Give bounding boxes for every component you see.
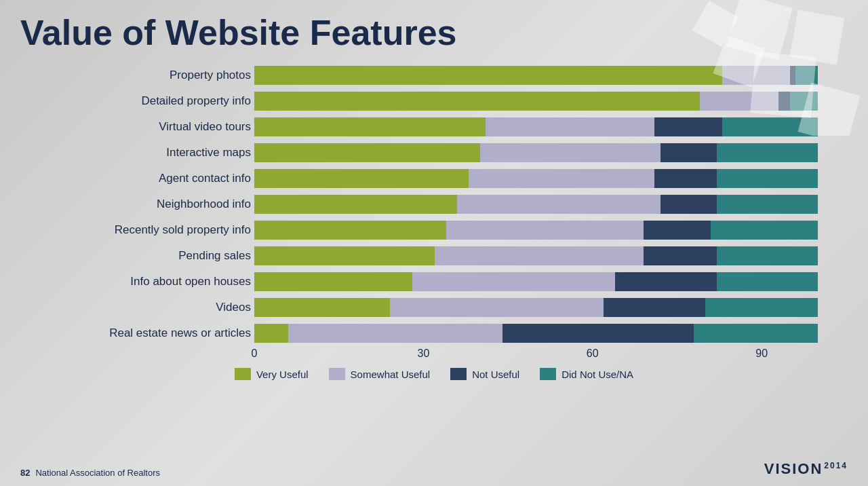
very-useful-segment <box>254 246 435 265</box>
bar-container <box>254 143 848 162</box>
did-not-use-segment <box>717 143 818 162</box>
somewhat-useful-segment <box>390 298 604 317</box>
very-useful-segment <box>254 169 469 188</box>
y-axis-label: Detailed property info <box>20 88 251 114</box>
y-axis-label: Agent contact info <box>20 166 251 191</box>
bar-container <box>254 195 848 214</box>
very-useful-segment <box>254 143 480 162</box>
did-not-use-segment <box>717 246 818 265</box>
not-useful-segment <box>502 324 694 343</box>
legend-label: Very Useful <box>256 369 309 380</box>
not-useful-segment <box>615 272 717 291</box>
bar-row <box>254 140 848 166</box>
somewhat-useful-segment <box>446 221 644 240</box>
legend-item: Not Useful <box>450 368 519 380</box>
did-not-use-segment <box>694 324 818 343</box>
y-axis-label: Recently sold property info <box>20 217 251 243</box>
bar-row <box>254 217 848 243</box>
bar-container <box>254 246 848 265</box>
logo-text: VISION <box>764 460 823 477</box>
y-axis-label: Videos <box>20 295 251 320</box>
very-useful-segment <box>254 195 457 214</box>
very-useful-segment <box>254 272 412 291</box>
bar-container <box>254 169 848 188</box>
y-axis-label: Virtual video tours <box>20 114 251 140</box>
legend-item: Did Not Use/NA <box>540 368 633 380</box>
bar-row <box>254 243 848 269</box>
y-axis-label: Interactive maps <box>20 140 251 166</box>
y-axis-label: Info about open houses <box>20 269 251 295</box>
bar-container <box>254 272 848 291</box>
not-useful-segment <box>660 195 717 214</box>
somewhat-useful-segment <box>486 117 654 136</box>
bar-container <box>254 298 848 317</box>
not-useful-segment <box>604 298 705 317</box>
somewhat-useful-segment <box>412 272 615 291</box>
somewhat-useful-segment <box>288 324 502 343</box>
not-useful-segment <box>660 143 717 162</box>
somewhat-useful-segment <box>480 143 660 162</box>
legend-swatch <box>450 368 467 380</box>
somewhat-useful-segment <box>469 169 654 188</box>
legend-swatch <box>235 368 251 380</box>
logo-year: 2014 <box>824 461 848 470</box>
bar-row <box>254 295 848 320</box>
bar-container <box>254 221 848 240</box>
y-axis-label: Neighborhood info <box>20 191 251 217</box>
did-not-use-segment <box>705 298 818 317</box>
legend-item: Somewhat Useful <box>329 368 431 380</box>
y-axis-label: Pending sales <box>20 243 251 269</box>
bottom-wrapper: 0306090 Very UsefulSomewhat UsefulNot Us… <box>20 346 848 380</box>
did-not-use-segment <box>717 169 818 188</box>
bar-row <box>254 191 848 217</box>
page-container: Value of Website Features Property photo… <box>0 0 868 486</box>
not-useful-segment <box>644 246 717 265</box>
x-axis-label: 30 <box>417 348 429 360</box>
legend-item: Very Useful <box>235 368 309 380</box>
somewhat-useful-segment <box>435 246 644 265</box>
vision-logo: VISION2014 <box>764 460 848 478</box>
did-not-use-segment <box>717 272 818 291</box>
very-useful-segment <box>254 66 722 85</box>
very-useful-segment <box>254 221 446 240</box>
bar-row <box>254 166 848 191</box>
organization-name: National Association of Realtors <box>35 468 160 478</box>
y-axis-label: Real estate news or articles <box>20 320 251 346</box>
bar-container <box>254 324 848 343</box>
very-useful-segment <box>254 324 288 343</box>
very-useful-segment <box>254 92 700 111</box>
very-useful-segment <box>254 117 486 136</box>
legend-label: Not Useful <box>472 369 519 380</box>
y-axis-label: Property photos <box>20 62 251 88</box>
legend-swatch <box>540 368 556 380</box>
bg-decoration <box>665 0 868 136</box>
very-useful-segment <box>254 298 390 317</box>
did-not-use-segment <box>717 195 818 214</box>
legend-label: Did Not Use/NA <box>561 369 633 380</box>
x-axis-label: 90 <box>755 348 768 360</box>
y-axis-labels: Property photosDetailed property infoVir… <box>20 62 254 346</box>
legend-label: Somewhat Useful <box>351 369 431 380</box>
not-useful-segment <box>644 221 711 240</box>
did-not-use-segment <box>711 221 818 240</box>
legend: Very UsefulSomewhat UsefulNot UsefulDid … <box>20 368 848 380</box>
x-axis-label: 60 <box>587 348 599 360</box>
not-useful-segment <box>654 169 716 188</box>
bar-row <box>254 269 848 295</box>
bar-row <box>254 320 848 346</box>
legend-swatch <box>329 368 345 380</box>
page-number: 82 <box>20 468 30 478</box>
x-axis-area: 0306090 <box>254 346 848 362</box>
x-axis-label: 0 <box>252 348 258 360</box>
somewhat-useful-segment <box>457 195 660 214</box>
footer: 82 National Association of Realtors <box>20 468 160 478</box>
